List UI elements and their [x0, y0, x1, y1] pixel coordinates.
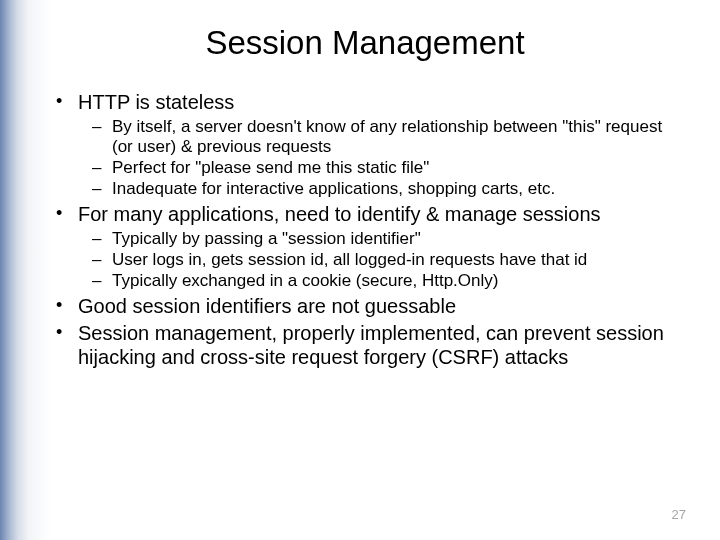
- bullet-level1: • Good session identifiers are not guess…: [56, 294, 680, 318]
- bullet-level1: • HTTP is stateless: [56, 90, 680, 114]
- dash-icon: –: [92, 271, 112, 291]
- bullet-level2: – Inadequate for interactive application…: [56, 179, 680, 199]
- bullet-text: HTTP is stateless: [78, 90, 680, 114]
- bullet-text: Good session identifiers are not guessab…: [78, 294, 680, 318]
- slide: Session Management • HTTP is stateless –…: [0, 0, 720, 540]
- bullet-text: Inadequate for interactive applications,…: [112, 179, 680, 199]
- dash-icon: –: [92, 250, 112, 270]
- dash-icon: –: [92, 117, 112, 137]
- bullet-text: User logs in, gets session id, all logge…: [112, 250, 680, 270]
- bullet-text: Typically exchanged in a cookie (secure,…: [112, 271, 680, 291]
- bullet-level2: – Perfect for "please send me this stati…: [56, 158, 680, 178]
- bullet-text: Typically by passing a "session identifi…: [112, 229, 680, 249]
- bullet-icon: •: [56, 294, 78, 317]
- dash-icon: –: [92, 229, 112, 249]
- bullet-icon: •: [56, 90, 78, 113]
- bullet-text: For many applications, need to identify …: [78, 202, 680, 226]
- bullet-text: Perfect for "please send me this static …: [112, 158, 680, 178]
- page-number: 27: [672, 507, 686, 522]
- bullet-level1: • Session management, properly implement…: [56, 321, 680, 369]
- bullet-icon: •: [56, 321, 78, 344]
- slide-title: Session Management: [50, 24, 680, 62]
- bullet-level2: – Typically by passing a "session identi…: [56, 229, 680, 249]
- bullet-level2: – By itself, a server doesn't know of an…: [56, 117, 680, 157]
- slide-content: • HTTP is stateless – By itself, a serve…: [50, 90, 680, 369]
- bullet-text: By itself, a server doesn't know of any …: [112, 117, 680, 157]
- dash-icon: –: [92, 158, 112, 178]
- bullet-icon: •: [56, 202, 78, 225]
- bullet-level2: – User logs in, gets session id, all log…: [56, 250, 680, 270]
- dash-icon: –: [92, 179, 112, 199]
- bullet-level1: • For many applications, need to identif…: [56, 202, 680, 226]
- bullet-level2: – Typically exchanged in a cookie (secur…: [56, 271, 680, 291]
- bullet-text: Session management, properly implemented…: [78, 321, 680, 369]
